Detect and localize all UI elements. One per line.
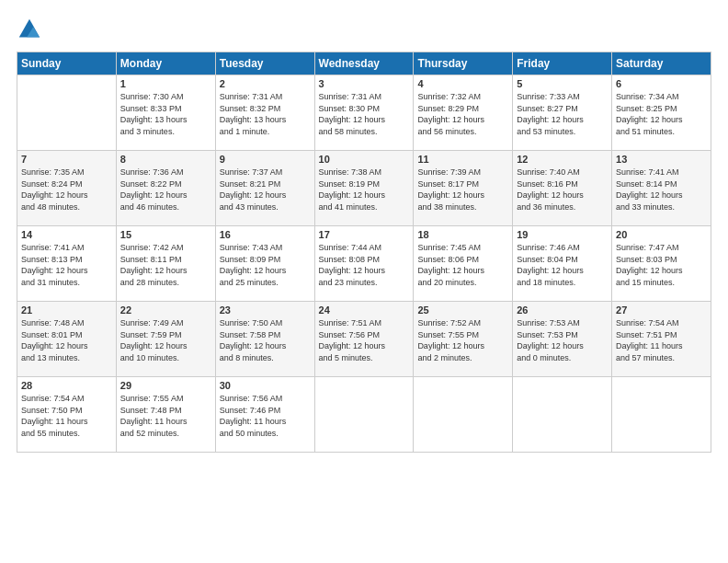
day-number: 11 <box>417 154 508 165</box>
calendar-cell <box>513 377 612 453</box>
day-number: 12 <box>517 154 608 165</box>
day-info: Sunrise: 7:33 AMSunset: 8:27 PMDaylight:… <box>517 91 608 137</box>
calendar-cell: 8Sunrise: 7:36 AMSunset: 8:22 PMDaylight… <box>116 151 215 226</box>
day-info: Sunrise: 7:48 AMSunset: 8:01 PMDaylight:… <box>21 317 112 363</box>
day-info: Sunrise: 7:41 AMSunset: 8:14 PMDaylight:… <box>616 167 707 213</box>
calendar-cell: 24Sunrise: 7:51 AMSunset: 7:56 PMDayligh… <box>314 302 414 377</box>
calendar-cell: 4Sunrise: 7:32 AMSunset: 8:29 PMDaylight… <box>414 75 513 151</box>
week-row-2: 14Sunrise: 7:41 AMSunset: 8:13 PMDayligh… <box>17 226 711 302</box>
day-info: Sunrise: 7:32 AMSunset: 8:29 PMDaylight:… <box>417 91 508 137</box>
calendar-cell: 17Sunrise: 7:44 AMSunset: 8:08 PMDayligh… <box>314 226 414 302</box>
day-number: 30 <box>220 380 311 391</box>
day-info: Sunrise: 7:49 AMSunset: 7:59 PMDaylight:… <box>120 317 211 363</box>
day-number: 15 <box>120 229 211 240</box>
weekday-header-sunday: Sunday <box>17 52 117 75</box>
day-number: 17 <box>319 229 410 240</box>
calendar-cell: 14Sunrise: 7:41 AMSunset: 8:13 PMDayligh… <box>17 226 117 302</box>
calendar-cell <box>17 75 117 151</box>
day-info: Sunrise: 7:38 AMSunset: 8:19 PMDaylight:… <box>319 167 410 213</box>
calendar-cell: 18Sunrise: 7:45 AMSunset: 8:06 PMDayligh… <box>414 226 513 302</box>
calendar-cell: 22Sunrise: 7:49 AMSunset: 7:59 PMDayligh… <box>116 302 215 377</box>
week-row-1: 7Sunrise: 7:35 AMSunset: 8:24 PMDaylight… <box>17 151 711 226</box>
calendar-cell: 1Sunrise: 7:30 AMSunset: 8:33 PMDaylight… <box>116 75 215 151</box>
weekday-header-row: SundayMondayTuesdayWednesdayThursdayFrid… <box>17 52 711 75</box>
day-number: 21 <box>21 304 112 316</box>
page: SundayMondayTuesdayWednesdayThursdayFrid… <box>0 0 728 563</box>
weekday-header-saturday: Saturday <box>612 52 711 75</box>
calendar-cell <box>314 377 414 453</box>
day-number: 20 <box>616 229 707 240</box>
day-info: Sunrise: 7:42 AMSunset: 8:11 PMDaylight:… <box>120 242 211 288</box>
day-number: 18 <box>417 229 508 240</box>
day-info: Sunrise: 7:37 AMSunset: 8:21 PMDaylight:… <box>220 167 311 213</box>
day-number: 3 <box>319 78 410 89</box>
calendar-cell: 23Sunrise: 7:50 AMSunset: 7:58 PMDayligh… <box>215 302 314 377</box>
calendar-cell: 25Sunrise: 7:52 AMSunset: 7:55 PMDayligh… <box>414 302 513 377</box>
calendar-cell: 26Sunrise: 7:53 AMSunset: 7:53 PMDayligh… <box>513 302 612 377</box>
day-info: Sunrise: 7:51 AMSunset: 7:56 PMDaylight:… <box>319 317 410 363</box>
weekday-header-friday: Friday <box>513 52 612 75</box>
calendar-cell: 5Sunrise: 7:33 AMSunset: 8:27 PMDaylight… <box>513 75 612 151</box>
day-info: Sunrise: 7:40 AMSunset: 8:16 PMDaylight:… <box>517 167 608 213</box>
calendar-cell <box>612 377 711 453</box>
calendar-cell: 2Sunrise: 7:31 AMSunset: 8:32 PMDaylight… <box>215 75 314 151</box>
day-number: 28 <box>21 380 112 391</box>
day-number: 8 <box>120 154 211 165</box>
calendar-cell: 29Sunrise: 7:55 AMSunset: 7:48 PMDayligh… <box>116 377 215 453</box>
day-number: 13 <box>616 154 707 165</box>
day-number: 10 <box>319 154 410 165</box>
day-number: 7 <box>21 154 112 165</box>
calendar-cell: 12Sunrise: 7:40 AMSunset: 8:16 PMDayligh… <box>513 151 612 226</box>
calendar-cell: 19Sunrise: 7:46 AMSunset: 8:04 PMDayligh… <box>513 226 612 302</box>
calendar-cell: 21Sunrise: 7:48 AMSunset: 8:01 PMDayligh… <box>17 302 117 377</box>
day-info: Sunrise: 7:55 AMSunset: 7:48 PMDaylight:… <box>120 393 211 439</box>
day-info: Sunrise: 7:56 AMSunset: 7:46 PMDaylight:… <box>220 393 311 439</box>
day-info: Sunrise: 7:34 AMSunset: 8:25 PMDaylight:… <box>616 91 707 137</box>
calendar-cell: 27Sunrise: 7:54 AMSunset: 7:51 PMDayligh… <box>612 302 711 377</box>
day-info: Sunrise: 7:54 AMSunset: 7:50 PMDaylight:… <box>21 393 112 439</box>
weekday-header-thursday: Thursday <box>414 52 513 75</box>
header <box>17 17 711 42</box>
day-info: Sunrise: 7:30 AMSunset: 8:33 PMDaylight:… <box>120 91 211 137</box>
day-number: 5 <box>517 78 608 89</box>
day-number: 22 <box>120 304 211 316</box>
day-number: 25 <box>417 304 508 316</box>
day-number: 2 <box>220 78 311 89</box>
calendar-cell: 10Sunrise: 7:38 AMSunset: 8:19 PMDayligh… <box>314 151 414 226</box>
day-info: Sunrise: 7:52 AMSunset: 7:55 PMDaylight:… <box>417 317 508 363</box>
calendar-cell: 6Sunrise: 7:34 AMSunset: 8:25 PMDaylight… <box>612 75 711 151</box>
day-number: 29 <box>120 380 211 391</box>
day-number: 27 <box>616 304 707 316</box>
day-info: Sunrise: 7:53 AMSunset: 7:53 PMDaylight:… <box>517 317 608 363</box>
calendar-table: SundayMondayTuesdayWednesdayThursdayFrid… <box>17 52 711 453</box>
week-row-3: 21Sunrise: 7:48 AMSunset: 8:01 PMDayligh… <box>17 302 711 377</box>
logo <box>17 17 46 42</box>
day-number: 14 <box>21 229 112 240</box>
day-info: Sunrise: 7:44 AMSunset: 8:08 PMDaylight:… <box>319 242 410 288</box>
calendar-cell <box>414 377 513 453</box>
day-info: Sunrise: 7:36 AMSunset: 8:22 PMDaylight:… <box>120 167 211 213</box>
day-info: Sunrise: 7:47 AMSunset: 8:03 PMDaylight:… <box>616 242 707 288</box>
week-row-4: 28Sunrise: 7:54 AMSunset: 7:50 PMDayligh… <box>17 377 711 453</box>
day-number: 19 <box>517 229 608 240</box>
calendar-cell: 28Sunrise: 7:54 AMSunset: 7:50 PMDayligh… <box>17 377 117 453</box>
weekday-header-wednesday: Wednesday <box>314 52 414 75</box>
calendar-cell: 3Sunrise: 7:31 AMSunset: 8:30 PMDaylight… <box>314 75 414 151</box>
calendar-cell: 7Sunrise: 7:35 AMSunset: 8:24 PMDaylight… <box>17 151 117 226</box>
day-info: Sunrise: 7:43 AMSunset: 8:09 PMDaylight:… <box>220 242 311 288</box>
weekday-header-monday: Monday <box>116 52 215 75</box>
day-info: Sunrise: 7:50 AMSunset: 7:58 PMDaylight:… <box>220 317 311 363</box>
logo-icon <box>17 17 42 42</box>
day-info: Sunrise: 7:31 AMSunset: 8:30 PMDaylight:… <box>319 91 410 137</box>
day-number: 6 <box>616 78 707 89</box>
day-number: 26 <box>517 304 608 316</box>
day-info: Sunrise: 7:41 AMSunset: 8:13 PMDaylight:… <box>21 242 112 288</box>
day-number: 4 <box>417 78 508 89</box>
calendar-cell: 13Sunrise: 7:41 AMSunset: 8:14 PMDayligh… <box>612 151 711 226</box>
day-number: 24 <box>319 304 410 316</box>
day-info: Sunrise: 7:54 AMSunset: 7:51 PMDaylight:… <box>616 317 707 363</box>
day-info: Sunrise: 7:45 AMSunset: 8:06 PMDaylight:… <box>417 242 508 288</box>
week-row-0: 1Sunrise: 7:30 AMSunset: 8:33 PMDaylight… <box>17 75 711 151</box>
calendar-cell: 9Sunrise: 7:37 AMSunset: 8:21 PMDaylight… <box>215 151 314 226</box>
calendar-cell: 11Sunrise: 7:39 AMSunset: 8:17 PMDayligh… <box>414 151 513 226</box>
